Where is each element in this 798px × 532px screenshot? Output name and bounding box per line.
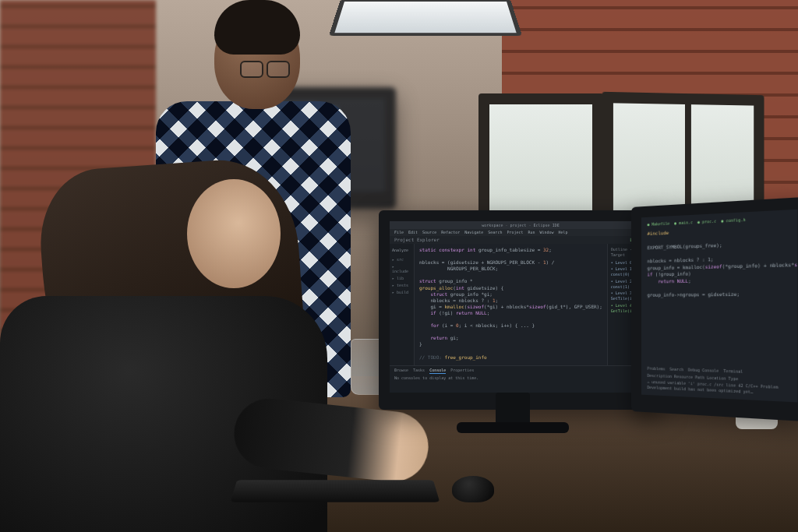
office-photo-scene: workspace - project - Eclipse IDE FileEd…: [0, 0, 798, 532]
ide-code-editor: static constexpr int group_info_tablesiz…: [415, 244, 607, 365]
right-monitor: ● Makefile● main.c● proc.c● config.h #in…: [631, 197, 798, 422]
ide2-bottom-tab: Problems: [648, 366, 666, 372]
menu-navigate: Navigate: [464, 230, 483, 235]
menu-window: Window: [540, 230, 554, 235]
mouse: [452, 476, 494, 502]
sidebar-item: ▸ tests: [392, 282, 411, 289]
monitor-stand: [496, 393, 530, 427]
center-monitor: workspace - project - Eclipse IDE FileEd…: [379, 210, 662, 410]
menu-help: Help: [559, 230, 568, 235]
ide2-code: #include EXPORT_SYMBOL(groups_free); nbl…: [648, 224, 791, 299]
keyboard: [231, 480, 440, 502]
ide-toolbar: Project Explorer Launch: [390, 236, 651, 244]
ceiling-light: [329, 0, 523, 36]
sidebar-item: ▸ include: [392, 263, 411, 276]
menu-run: Run: [528, 230, 535, 235]
sidebar-item: ▸ lib: [392, 275, 411, 282]
ide2-tab: ● main.c: [674, 220, 693, 227]
ide-bottom-panel: BrowseTasksConsoleProperties No consoles…: [390, 365, 651, 393]
menu-file: File: [394, 230, 404, 235]
ide-window: workspace - project - Eclipse IDE FileEd…: [390, 221, 651, 393]
sidebar-item: ▸ build: [392, 289, 411, 296]
menu-source: Source: [422, 230, 436, 235]
ide2-bottom-tab: Terminal: [723, 368, 743, 375]
menu-project: Project: [507, 230, 523, 235]
person-seated: [0, 156, 343, 532]
ide2-bottom-tab: Search: [669, 367, 683, 373]
bottom-tab: Tasks: [413, 368, 425, 374]
ide2-tab: ● config.h: [721, 217, 745, 224]
ide-sidebar: Analyze ▸ src▸ include▸ lib▸ tests▸ buil…: [390, 244, 415, 365]
ide2-tab: ● Makefile: [648, 221, 670, 228]
ide-menubar: FileEditSourceRefactorNavigateSearchProj…: [390, 229, 651, 236]
ide-titlebar: workspace - project - Eclipse IDE: [390, 221, 651, 229]
sidebar-header: Analyze: [392, 247, 411, 254]
ide-secondary: ● Makefile● main.c● proc.c● config.h #in…: [641, 210, 797, 403]
glasses-icon: [240, 61, 290, 76]
sidebar-item: ▸ src: [392, 256, 411, 263]
bottom-tab: Properties: [450, 368, 474, 374]
bottom-tab: Console: [429, 368, 446, 374]
console-message: No consoles to display at this time.: [394, 375, 647, 381]
ide2-bottom-tab: Debug Console: [688, 367, 719, 374]
project-explorer-label: Project Explorer: [394, 237, 440, 243]
bottom-tab: Browse: [394, 368, 408, 374]
ide2-bottom-panel: ProblemsSearchDebug ConsoleTerminal Desc…: [648, 366, 791, 397]
menu-edit: Edit: [408, 230, 418, 235]
ide2-tab: ● proc.c: [697, 219, 716, 226]
menu-refactor: Refactor: [441, 230, 460, 235]
menu-search: Search: [488, 230, 502, 235]
